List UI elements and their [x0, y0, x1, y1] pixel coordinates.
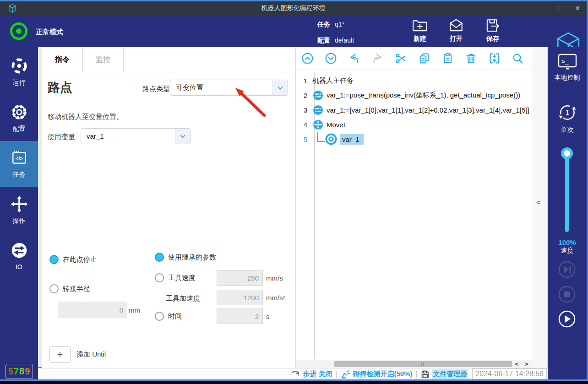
local-control-button[interactable]: >_ 本地控制 [548, 53, 587, 82]
separator [336, 371, 337, 378]
sidebar-item-label: 配置 [13, 125, 26, 133]
sidebar-item-label: 运行 [13, 79, 26, 87]
tree-row-waypoint-selected[interactable]: 5 var_1 [296, 132, 532, 146]
stop-at-point-option[interactable]: 在此点停止 [49, 255, 97, 264]
blend-radius-label: 转接半径 [63, 285, 90, 293]
add-until-label: 添加 Until [76, 350, 106, 359]
scroll-left-button[interactable]: < [512, 360, 522, 368]
task-value: q1* [335, 21, 344, 28]
move-down-icon[interactable] [325, 52, 337, 65]
inherit-params-option[interactable]: 使用继承的参数 [155, 253, 216, 262]
time-input[interactable]: 2 [217, 308, 263, 324]
add-until-button[interactable]: + [49, 346, 71, 363]
blend-radius-input[interactable]: 0 [58, 302, 127, 318]
task-label: 任务 [317, 21, 330, 28]
new-folder-icon [412, 17, 428, 34]
radio-selected[interactable] [49, 255, 59, 264]
radio-selected[interactable] [155, 253, 164, 262]
speed-slider[interactable] [563, 149, 571, 234]
slider-track[interactable] [565, 151, 569, 232]
horizontal-scrollbar[interactable]: < > [296, 360, 532, 368]
run-icon [10, 56, 29, 76]
tree-row-movel[interactable]: 4 MoveL [296, 117, 532, 132]
single-count: 1 [565, 109, 569, 117]
radio-unselected[interactable] [155, 273, 164, 282]
tree-row-text: MoveL [327, 121, 347, 129]
sidebar-item-run[interactable]: 运行 [0, 49, 38, 95]
line-number: 1 [296, 77, 311, 85]
paste-icon[interactable] [441, 52, 454, 65]
maximize-button[interactable] [555, 5, 563, 12]
window-border-bottom [0, 379, 588, 381]
step-mode-label: 步进 关闭 [303, 370, 332, 379]
collision-icon [341, 369, 350, 379]
open-task-button[interactable]: 打开 [440, 17, 472, 46]
line-number: 2 [296, 92, 311, 99]
config-info: 配置default [317, 36, 354, 45]
new-task-button[interactable]: 新建 [404, 17, 436, 46]
play-button[interactable] [558, 310, 576, 328]
minimize-button[interactable]: – [537, 5, 544, 12]
radio-unselected[interactable] [49, 284, 59, 293]
stop-button[interactable] [558, 285, 576, 303]
save-button-label: 保存 [486, 35, 499, 43]
assignment-icon [313, 90, 323, 101]
stop-at-point-label: 在此点停止 [63, 255, 97, 264]
cut-icon[interactable] [395, 52, 407, 65]
waypoint-type-label: 路点类型 [142, 85, 170, 93]
collapse-icon[interactable] [488, 52, 501, 65]
tool-speed-option[interactable]: 工具速度 [155, 273, 196, 282]
redo-icon[interactable] [371, 52, 384, 65]
move-cross-icon [10, 195, 29, 214]
variable-select[interactable]: var_1 [81, 128, 191, 144]
scrollbar-thumb[interactable] [334, 361, 512, 367]
tab-monitor[interactable]: 监控 [83, 47, 124, 72]
collision-detection-label: 碰撞检测开启(50%) [353, 370, 412, 379]
search-icon[interactable] [512, 52, 524, 65]
panel-tab-bar: 指令 监控 [42, 47, 295, 72]
tree-row-main-task[interactable]: 1 机器人主任务 [296, 73, 532, 88]
step-next-button[interactable] [558, 260, 576, 279]
movel-icon [313, 119, 323, 130]
undo-icon[interactable] [348, 52, 360, 65]
radio-unselected[interactable] [155, 312, 164, 321]
save-task-button[interactable]: 保存 [477, 17, 509, 46]
gear-icon [10, 103, 29, 122]
close-button[interactable]: ✕ [574, 5, 581, 12]
tree-row-assignment[interactable]: 2 var_1:=pose_trans(pose_inv(坐标系_1), get… [296, 88, 532, 103]
tree-row-assignment[interactable]: 3 var_1:=[var_1[0],var_1[1],var_1[2]+0.0… [296, 103, 532, 117]
step-mode-status[interactable]: 步进 关闭 [291, 369, 332, 379]
sidebar-item-config[interactable]: 配置 [0, 95, 38, 141]
program-tree-panel: 1 机器人主任务 2 var_1:=pose_trans(pose_inv(坐标… [295, 47, 532, 368]
local-control-label: 本地控制 [555, 74, 580, 82]
tool-speed-input[interactable]: 250 [217, 270, 263, 286]
tree-row-text: 机器人主任务 [312, 76, 354, 85]
chevron-down-icon[interactable] [175, 129, 190, 144]
config-value: default [335, 37, 354, 44]
tool-accel-input[interactable]: 1200 [217, 290, 263, 305]
datetime-display: 2024-06-17 14:28:56 [472, 368, 547, 379]
file-manager-button[interactable]: 文件管理器 [421, 369, 468, 379]
blend-radius-option[interactable]: 转接半径 [49, 284, 90, 293]
collision-detection-status[interactable]: 碰撞检测开启(50%) [341, 369, 412, 379]
tab-instruction[interactable]: 指令 [42, 47, 83, 72]
single-run-button[interactable]: 1 单次 [548, 102, 587, 134]
panel-gap [38, 47, 42, 368]
sidebar-item-io[interactable]: IO [0, 233, 38, 279]
collapse-panel-chevron-icon[interactable]: < [536, 198, 541, 207]
single-cycle-icon: 1 [557, 102, 578, 123]
tool-accel-label: 工具加速度 [166, 294, 200, 303]
chevron-down-icon[interactable] [272, 80, 288, 95]
time-option[interactable]: 时间 [155, 312, 182, 321]
header-bar: 正常模式 任务q1* 配置default 新建 打开 [0, 15, 587, 47]
open-button-label: 打开 [450, 35, 463, 43]
sidebar-item-label: IO [16, 263, 22, 270]
waypoint-type-select[interactable]: 可变位置 [170, 80, 288, 96]
copy-icon[interactable] [418, 52, 430, 65]
sidebar-item-operate[interactable]: 操作 [0, 187, 38, 233]
scroll-right-button[interactable]: > [522, 360, 531, 368]
sidebar-item-task[interactable]: </> 任务 [0, 141, 38, 187]
move-up-icon[interactable] [301, 52, 314, 65]
slider-handle[interactable] [561, 147, 573, 159]
delete-icon[interactable] [465, 52, 477, 65]
